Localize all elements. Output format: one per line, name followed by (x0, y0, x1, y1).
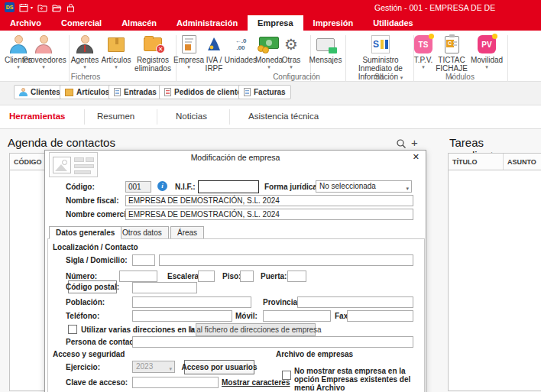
menu-tab-impresion[interactable]: Impresión (303, 15, 364, 31)
movil-label: Móvil: (235, 312, 258, 320)
ribbon-item-movilidad[interactable]: PV Movilidad ▾ (469, 33, 504, 70)
dropdown-arrow-icon: ▾ (99, 64, 134, 70)
clave-acceso-label: Clave de acceso: (66, 378, 128, 387)
titlebar: DS ▾ Gestión - 001 - EMPRESA DE DE (0, 0, 541, 15)
dropdown-arrow-icon: ▾ (69, 64, 101, 70)
ribbon-item-agentes[interactable]: Agentes ▾ (69, 33, 101, 70)
tpv-ts-icon: TS (411, 33, 436, 56)
acceso-por-usuarios-button[interactable]: Acceso por usuarios (184, 360, 254, 374)
quick-button-facturas[interactable]: Facturas (238, 85, 291, 99)
dialog-tab-datos-generales[interactable]: Datos generales (49, 226, 121, 239)
codigo-postal-input[interactable] (132, 282, 197, 293)
no-mostrar-empresa-label: No mostrar esta empresa en la opción Emp… (294, 367, 430, 392)
dropdown-arrow-icon: ▾ (23, 64, 64, 70)
calendar-icon[interactable] (19, 3, 28, 12)
puerta-input[interactable] (287, 271, 306, 282)
menu-tab-empresa[interactable]: Empresa (248, 15, 303, 31)
combo-arrow-icon: ▾ (406, 183, 409, 193)
nombre-comercial-label: Nombre comercial: (66, 210, 135, 219)
menu-tab-archivo[interactable]: Archivo (0, 15, 51, 31)
ribbon-group-label-ficheros: Ficheros (71, 73, 100, 81)
folder-open-icon[interactable] (52, 3, 62, 12)
ribbon-item-articulos[interactable]: Artículos ▾ (99, 33, 134, 70)
codigo-postal-button[interactable]: Código postal: (68, 280, 117, 293)
dialog-tab-areas[interactable]: Áreas (170, 226, 204, 239)
quick-access-bar: Clientes Artículos Entradas Pedidos de c… (0, 82, 541, 105)
tab-herramientas[interactable]: Herramientas (9, 112, 66, 121)
varias-direcciones-checkbox[interactable] (68, 325, 77, 334)
menu-tab-almacen[interactable]: Almacén (112, 15, 167, 31)
telefono-input[interactable] (132, 310, 232, 322)
ejercicio-label: Ejercicio: (66, 363, 100, 371)
ejercicio-select[interactable]: 2023▾ (132, 361, 175, 373)
clave-acceso-input[interactable] (132, 377, 219, 388)
combo-arrow-icon: ▾ (169, 364, 172, 373)
document-icon (164, 88, 171, 96)
view-tabs: Herramientas Resumen Noticias Asistencia… (0, 105, 541, 129)
fax-input[interactable] (347, 310, 413, 322)
nif-input[interactable] (198, 180, 259, 193)
movilidad-pv-icon: PV (469, 33, 504, 56)
mostrar-caracteres-link[interactable]: Mostrar caracteres (222, 378, 290, 387)
search-icon[interactable] (396, 138, 407, 149)
nombre-comercial-input[interactable]: EMPRESA DE DEMOSTRACIÓN, S.L. 2024 (125, 209, 413, 220)
column-header-titulo[interactable]: TÍTULO (449, 154, 504, 170)
nombre-fiscal-label: Nombre fiscal: (66, 196, 118, 205)
close-icon[interactable]: ✕ (413, 152, 420, 162)
ribbon-item-otras[interactable]: ⚙ Otras ▾ (278, 33, 304, 70)
ribbon-item-registros-eliminados[interactable]: ✕ Registros eliminados (132, 33, 173, 73)
quick-button-pedidos-clientes[interactable]: Pedidos de clientes (159, 85, 251, 99)
column-header-asunto[interactable]: ASUNTO (504, 154, 541, 170)
escalera-label: Escalera: (167, 272, 201, 280)
persona-contacto-input[interactable] (132, 336, 413, 348)
ribbon-item-tpv[interactable]: TS T.P.V. ▾ (411, 33, 436, 70)
decimal-units-icon: ←.0.00 (224, 33, 258, 56)
provincia-input[interactable] (297, 296, 413, 308)
client-person-icon (19, 88, 28, 96)
column-header-codigo[interactable]: CÓDIGO (10, 154, 45, 170)
menu-tab-comercial[interactable]: Comercial (51, 15, 112, 31)
piso-input[interactable] (240, 271, 254, 282)
ribbon-item-proveedores[interactable]: Proveedores ▾ (23, 33, 64, 70)
info-icon[interactable]: i (157, 181, 167, 191)
quick-button-entradas[interactable]: Entradas (109, 85, 162, 99)
numero-label: Número: (66, 272, 97, 280)
domicilio-input[interactable] (159, 254, 413, 266)
dialog-tab-otros-datos[interactable]: Otros datos (115, 226, 169, 239)
forma-juridica-label: Forma jurídica: (264, 183, 319, 191)
menu-tab-utilidades[interactable]: Utilidades (363, 15, 423, 31)
lock-icon[interactable] (66, 3, 75, 12)
provincia-label: Provincia: (263, 298, 300, 306)
forma-juridica-select[interactable]: No seleccionada▾ (316, 180, 412, 193)
dropdown-arrow-icon: ▾ (400, 75, 403, 80)
movil-input[interactable] (263, 310, 331, 322)
nombre-fiscal-input[interactable]: EMPRESA DE DEMOSTRACIÓN, S.L. 2024 (125, 195, 413, 206)
dropdown-arrow-icon: ▾ (278, 64, 304, 70)
numero-input[interactable] (119, 271, 157, 282)
app-logo-icon: DS (5, 2, 15, 12)
poblacion-input[interactable] (132, 296, 251, 308)
ribbon-group-label-sii: SII (374, 73, 384, 81)
calendar-dropdown-icon[interactable]: ▾ (31, 5, 33, 10)
ribbon-group-label-modulos: Módulos (445, 73, 475, 81)
sii-icon: S (347, 33, 414, 56)
ribbon-item-mensajes[interactable]: Mensajes (308, 33, 343, 64)
tab-noticias[interactable]: Noticias (176, 112, 207, 121)
tab-asistencia-tecnica[interactable]: Asistencia técnica (248, 112, 319, 121)
quick-button-articulos[interactable]: Artículos (60, 85, 115, 99)
add-contact-icon[interactable]: + (411, 136, 418, 149)
folder-back-icon[interactable] (37, 3, 47, 12)
localizacion-section-header: Localización / Contacto (53, 243, 138, 251)
sigla-input[interactable] (132, 254, 155, 266)
quick-button-clientes[interactable]: Clientes (14, 85, 66, 99)
codigo-input[interactable]: 001 (125, 181, 151, 193)
piso-label: Piso: (222, 272, 241, 280)
menu-tab-administracion[interactable]: Administración (167, 15, 248, 31)
tab-divider (157, 109, 157, 125)
escalera-input[interactable] (198, 271, 215, 282)
ribbon-item-unidades[interactable]: ←.0.00 Unidades (224, 33, 258, 64)
tab-resumen[interactable]: Resumen (97, 112, 134, 121)
ir-fichero-direcciones-button[interactable]: Ir al fichero de direcciones de empresa (196, 323, 316, 336)
agent-person-icon (69, 33, 101, 56)
tab-divider (229, 109, 230, 125)
